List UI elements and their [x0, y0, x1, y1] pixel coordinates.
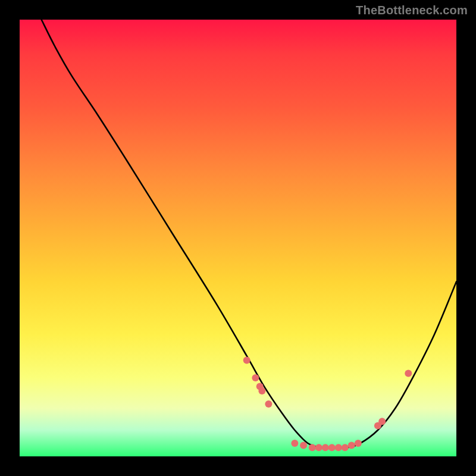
scatter-dot	[328, 444, 336, 451]
scatter-dot	[315, 444, 322, 451]
scatter-dots	[243, 357, 412, 452]
scatter-dot	[258, 387, 265, 394]
scatter-dot	[342, 444, 349, 451]
scatter-dot	[265, 400, 272, 408]
scatter-dot	[348, 442, 355, 449]
scatter-dot	[300, 442, 307, 449]
chart-frame: TheBottleneck.com	[0, 0, 476, 476]
scatter-dot	[378, 418, 386, 425]
scatter-dot	[252, 374, 259, 381]
attribution-label: TheBottleneck.com	[356, 4, 468, 17]
scatter-dot	[291, 440, 298, 447]
plot-area	[20, 20, 456, 456]
bottleneck-curve	[42, 20, 456, 448]
scatter-dot	[405, 370, 412, 377]
scatter-dot	[355, 440, 362, 447]
scatter-dot	[322, 444, 329, 451]
scatter-dot	[243, 357, 250, 364]
scatter-dot	[309, 444, 316, 451]
curve-svg	[20, 20, 456, 456]
scatter-dot	[335, 444, 342, 451]
